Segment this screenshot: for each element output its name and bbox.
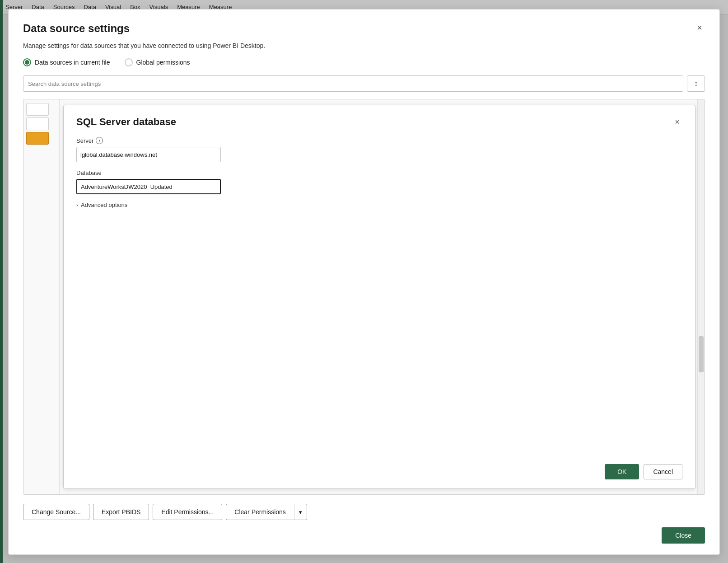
export-pbids-button[interactable]: Export PBIDS	[93, 504, 149, 520]
data-source-settings-dialog: Data source settings × Manage settings f…	[8, 9, 720, 555]
radio-circle-current-file	[23, 58, 31, 66]
database-input[interactable]	[76, 179, 221, 194]
scrollbar[interactable]	[697, 99, 705, 494]
dialog-close-button[interactable]: ×	[694, 22, 705, 33]
list-panel	[23, 99, 60, 494]
server-info-icon[interactable]: i	[96, 137, 103, 144]
sql-dialog-header: SQL Server database ×	[76, 116, 682, 128]
scrollbar-thumb	[699, 336, 704, 372]
dialog-subtitle: Manage settings for data sources that yo…	[23, 42, 705, 49]
radio-group: Data sources in current file Global perm…	[23, 58, 705, 66]
content-area: SQL Server database × Server i Database	[23, 99, 705, 495]
advanced-options-label: Advanced options	[81, 202, 127, 208]
clear-permissions-dropdown[interactable]: ▾	[294, 504, 307, 520]
radio-circle-global	[125, 58, 133, 66]
change-source-button[interactable]: Change Source...	[23, 504, 89, 520]
radio-option-current-file[interactable]: Data sources in current file	[23, 58, 110, 66]
chevron-right-icon: ›	[76, 202, 78, 208]
close-dialog-button[interactable]: Close	[662, 527, 705, 544]
server-label: Server i	[76, 137, 682, 144]
list-item-2[interactable]	[26, 117, 49, 130]
list-item-3-accent[interactable]	[26, 132, 49, 145]
advanced-options[interactable]: › Advanced options	[76, 202, 682, 208]
sql-dialog-footer: OK Cancel	[76, 464, 682, 479]
sql-server-dialog: SQL Server database × Server i Database	[63, 105, 695, 489]
sort-button[interactable]: ↕	[687, 75, 705, 92]
search-input[interactable]	[23, 75, 683, 92]
cancel-button[interactable]: Cancel	[644, 464, 682, 479]
clear-permissions-button[interactable]: Clear Permissions	[226, 504, 294, 520]
list-item-1[interactable]	[26, 103, 49, 116]
radio-label-global: Global permissions	[136, 59, 190, 66]
sort-icon: ↕	[694, 80, 698, 88]
action-buttons-row: Change Source... Export PBIDS Edit Permi…	[23, 504, 705, 520]
radio-label-current-file: Data sources in current file	[35, 59, 110, 66]
dialog-header: Data source settings ×	[23, 22, 705, 35]
database-field-group: Database	[76, 169, 682, 194]
search-row: ↕	[23, 75, 705, 92]
server-field-group: Server i	[76, 137, 682, 162]
radio-option-global-permissions[interactable]: Global permissions	[125, 58, 190, 66]
sql-dialog-title: SQL Server database	[76, 116, 176, 128]
database-label: Database	[76, 169, 682, 176]
edit-permissions-button[interactable]: Edit Permissions...	[153, 504, 222, 520]
ok-button[interactable]: OK	[605, 464, 639, 479]
close-row: Close	[23, 527, 705, 544]
server-input[interactable]	[76, 147, 221, 162]
clear-permissions-group: Clear Permissions ▾	[226, 504, 307, 520]
dialog-title: Data source settings	[23, 22, 130, 35]
sql-dialog-close-button[interactable]: ×	[672, 117, 682, 128]
